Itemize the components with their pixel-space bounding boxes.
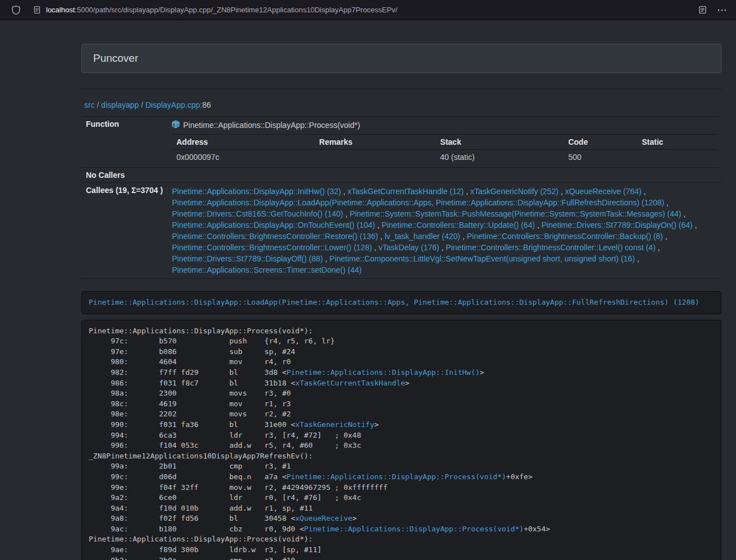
metrics-header: Address (172, 135, 314, 150)
browser-chrome: localhost:5000/path/src/displayapp/Displ… (0, 0, 736, 20)
metrics-header: Remarks (315, 135, 436, 150)
url-path: :5000/path/src/displayapp/DisplayApp.cpp… (75, 6, 397, 14)
disasm-symbol-link[interactable]: xTaskGetCurrentTaskHandle (295, 379, 405, 387)
disasm-line: Pinetime::Applications::DisplayApp::Proc… (89, 326, 714, 337)
metrics-header: Static (637, 135, 717, 150)
callee-link[interactable]: xTaskGetCurrentTaskHandle (12) (348, 187, 464, 196)
callee-link[interactable]: Pinetime::Controllers::BrightnessControl… (172, 243, 372, 252)
loadapp-banner: Pinetime::Applications::DisplayApp::Load… (81, 291, 721, 314)
callee-separator: , (559, 187, 565, 196)
callee-separator: , (341, 187, 348, 196)
callee-link[interactable]: Pinetime::Controllers::BrightnessControl… (172, 232, 378, 241)
disassembly-code: Pinetime::Applications::DisplayApp::Proc… (89, 326, 714, 560)
callee-separator: , (663, 232, 668, 241)
callee-link[interactable]: vTaskDelay (176) (378, 243, 439, 252)
disasm-line: 982: f7ff fd29 bl 3d8 <Pinetime::Applica… (89, 368, 714, 378)
loadapp-link[interactable]: Pinetime::Applications::DisplayApp::Load… (89, 298, 700, 306)
breadcrumb-separator: / (139, 100, 145, 109)
disasm-line: 996: f104 053c add.w r5, r4, #60 ; 0x3c (89, 440, 714, 451)
callee-separator: , (681, 209, 685, 218)
function-table: Function Pinetime::Applications::Display… (81, 116, 721, 279)
page-container: Puncover src / displayapp / DisplayApp.c… (81, 44, 721, 560)
function-name-line: Pinetime::Applications::DisplayApp::Proc… (172, 120, 717, 132)
disasm-symbol-link[interactable]: Pinetime::Applications::DisplayApp::Init… (286, 368, 479, 377)
callee-separator: , (642, 187, 646, 196)
disasm-line: 9a8: f02f fd56 bl 30458 <xQueueReceive> (89, 513, 714, 524)
callee-link[interactable]: lv_task_handler (420) (385, 232, 460, 241)
metrics-value (315, 150, 436, 165)
disasm-line: 980: 4604 mov r4, r0 (89, 357, 714, 368)
callee-link[interactable]: Pinetime::Controllers::BrightnessControl… (446, 243, 655, 252)
metrics-header-row: AddressRemarksStackCodeStatic (172, 135, 717, 150)
disasm-symbol-link[interactable]: xQueueReceive (295, 514, 353, 522)
disasm-line: 9ac: b180 cbz r0, 9d0 <Pinetime::Applica… (89, 524, 714, 535)
disasm-symbol-link[interactable]: Pinetime::Applications::DisplayApp::Proc… (286, 472, 506, 481)
callee-separator: , (439, 243, 446, 252)
disasm-line: 994: 6ca3 ldr r3, [r4, #72] ; 0x48 (89, 430, 714, 441)
callee-link[interactable]: Pinetime::Applications::DisplayApp::Init… (172, 187, 341, 196)
url-bar[interactable]: localhost:5000/path/src/displayapp/Displ… (46, 6, 397, 14)
metrics-value: 40 (static) (436, 150, 564, 165)
no-callers-row: No Callers (81, 168, 721, 183)
disasm-line: 9b2: 2b0a cmp r3, #10 (89, 556, 714, 560)
disasm-line: 9a2: 6ce0 ldr r0, [r4, #76] ; 0x4c (89, 493, 714, 503)
disasm-line: 99a: 2b01 cmp r3, #1 (89, 461, 714, 472)
overflow-menu-icon[interactable]: ⋯ (716, 5, 728, 15)
callee-separator: , (664, 198, 669, 207)
callee-separator: , (323, 254, 330, 263)
disasm-symbol-link[interactable]: Pinetime::Applications::DisplayApp::Proc… (304, 525, 524, 533)
callee-link[interactable]: Pinetime::Drivers::St7789::DisplayOff() … (172, 254, 323, 263)
callee-separator: , (635, 254, 639, 263)
disasm-line: 97e: b086 sub sp, #24 (89, 347, 714, 357)
callee-link[interactable]: Pinetime::Applications::DisplayApp::Load… (172, 198, 664, 207)
callee-link[interactable]: Pinetime::Drivers::Cst816S::GetTouchInfo… (172, 209, 343, 218)
metrics-header: Code (564, 135, 637, 150)
breadcrumb: src / displayapp / DisplayApp.cpp:86 (84, 100, 721, 109)
callee-link[interactable]: Pinetime::Drivers::St7789::DisplayOn() (… (542, 221, 693, 229)
disasm-line: 98c: 4619 mov r1, r3 (89, 399, 714, 410)
callee-separator: , (535, 221, 542, 229)
disasm-line: 986: f031 f8c7 bl 31b18 <xTaskGetCurrent… (89, 378, 714, 389)
callee-separator: , (460, 232, 467, 241)
callee-link[interactable]: Pinetime::Controllers::BrightnessControl… (467, 232, 662, 241)
callee-separator: , (378, 232, 385, 241)
callee-separator: , (375, 221, 382, 229)
disasm-line: 9a4: f10d 010b add.w r1, sp, #11 (89, 503, 714, 514)
metrics-table: AddressRemarksStackCodeStatic 0x0000097c… (172, 134, 717, 164)
shield-icon[interactable] (11, 5, 21, 15)
callee-link[interactable]: Pinetime::System::SystemTask::PushMessag… (350, 209, 682, 218)
disasm-line: 990: f031 fa36 bl 31e00 <xTaskGenericNot… (89, 420, 714, 430)
callees-label: Callees (19, Σ=3704 ) (81, 183, 167, 279)
disasm-line: Pinetime::Applications::DisplayApp::Proc… (89, 534, 714, 545)
breadcrumb-line-number: 86 (202, 100, 211, 109)
disasm-line: 98a: 2300 movs r3, #0 (89, 388, 714, 399)
metrics-value: 500 (564, 150, 637, 165)
callee-separator: , (343, 209, 350, 218)
callee-link[interactable]: xTaskGenericNotify (252) (470, 187, 559, 196)
no-callers-cell (167, 168, 721, 183)
breadcrumb-link[interactable]: src (84, 100, 95, 109)
disasm-line: 9ae: f89d 300b ldrb.w r3, [sp, #11] (89, 545, 714, 556)
function-name: Pinetime::Applications::DisplayApp::Proc… (183, 121, 360, 130)
callees-cell: Pinetime::Applications::DisplayApp::Init… (167, 183, 721, 279)
callee-separator: , (372, 243, 379, 252)
breadcrumb-link[interactable]: DisplayApp.cpp: (145, 100, 202, 109)
metrics-value-row: 0x0000097c40 (static)500 (172, 150, 717, 165)
page-identity-icon[interactable] (33, 6, 41, 14)
metrics-value (637, 150, 717, 165)
callee-link[interactable]: Pinetime::Controllers::Battery::Update()… (382, 221, 535, 229)
callee-link[interactable]: xQueueReceive (764) (565, 187, 642, 196)
callee-link[interactable]: Pinetime::Components::LittleVgl::SetNewT… (330, 254, 635, 263)
url-domain: localhost (46, 6, 75, 14)
no-callers-label: No Callers (81, 168, 167, 183)
callee-separator: , (464, 187, 470, 196)
reader-view-icon[interactable] (698, 6, 707, 14)
page-title: Puncover (93, 52, 138, 65)
disassembly-block: Pinetime::Applications::DisplayApp::Proc… (81, 320, 721, 560)
function-row: Function Pinetime::Applications::Display… (81, 117, 721, 168)
callee-link[interactable]: Pinetime::Applications::Screens::Timer::… (172, 265, 362, 274)
breadcrumb-link[interactable]: displayapp (101, 100, 139, 109)
disasm-line: 99c: d06d beq.n a7a <Pinetime::Applicati… (89, 472, 714, 483)
callee-link[interactable]: Pinetime::Applications::DisplayApp::OnTo… (172, 221, 375, 229)
disasm-symbol-link[interactable]: xTaskGenericNotify (295, 420, 374, 429)
